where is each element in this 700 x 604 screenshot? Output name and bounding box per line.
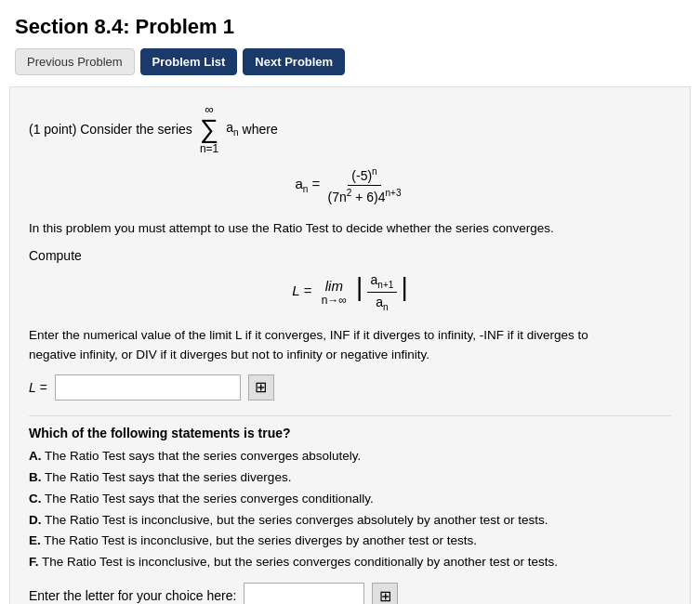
sigma-symbol: ∑ [200,116,218,142]
convergence-instruction: Enter the numerical value of the limit L… [29,325,671,365]
choice-A: A. The Ratio Test says that the series c… [29,446,671,467]
L-input[interactable] [55,374,241,400]
L-symbol: L [292,282,299,298]
choice-E: E. The Ratio Test is inconclusive, but t… [29,531,671,552]
lim-text: lim [325,278,343,294]
L-input-row: L = ⊞ [29,374,671,400]
fraction-denominator: (7n2 + 6)4n+3 [324,186,405,204]
letter-input-row: Enter the letter for your choice here: ⊞ [29,583,671,604]
next-problem-button[interactable]: Next Problem [243,48,345,75]
limit-equals: = [304,282,316,298]
lim-subscript: n→∞ [322,294,347,307]
an-lhs: an [296,176,312,191]
ratio-test-instruction: In this problem you must attempt to use … [29,218,671,239]
abs-left-bar: | [356,272,363,301]
choice-B: B. The Ratio Test says that the series d… [29,467,671,489]
choice-D: D. The Ratio Test is inconclusive, but t… [29,510,671,532]
page-title: Section 8.4: Problem 1 [0,0,700,48]
abs-right-bar: | [401,272,407,301]
problem-list-button[interactable]: Problem List [140,48,238,75]
problem-content: (1 point) Consider the series ∞ ∑ n=1 an… [9,86,691,604]
grid-button-letter[interactable]: ⊞ [372,583,398,604]
divider [29,415,671,416]
equals-sign: = [312,176,324,191]
limit-notation: lim n→∞ [322,278,347,307]
enter-letter-label: Enter the letter for your choice here: [29,588,236,603]
ratio-denominator: an [372,293,391,312]
ratio-numerator: an+1 [367,272,398,293]
sigma-notation: ∞ ∑ n=1 [200,102,218,155]
letter-input[interactable] [244,583,364,604]
grid-button-L[interactable]: ⊞ [248,374,274,400]
choice-F: F. The Ratio Test is inconclusive, but t… [29,552,671,573]
an-fraction: (-5)n (7n2 + 6)4n+3 [324,166,405,204]
choices-question: Which of the following statements is tru… [29,426,671,440]
fraction-numerator: (-5)n [348,166,380,186]
an-term: an [226,120,238,138]
an-formula: an = (-5)n (7n2 + 6)4n+3 [29,166,671,204]
ratio-fraction: an+1 an [367,272,398,312]
navigation-bar: Previous Problem Problem List Next Probl… [0,48,700,86]
problem-statement: (1 point) Consider the series ∞ ∑ n=1 an… [29,102,671,155]
sigma-bottom: n=1 [200,142,218,155]
compute-label: Compute [29,248,671,263]
prev-problem-button[interactable]: Previous Problem [15,48,135,75]
choices-section: Which of the following statements is tru… [29,426,671,604]
where-text: where [243,122,278,137]
choice-C: C. The Ratio Test says that the series c… [29,489,671,510]
problem-points: (1 point) Consider the series [29,122,192,137]
L-input-label: L = [29,380,47,395]
limit-formula: L = lim n→∞ | an+1 an | [29,272,671,312]
